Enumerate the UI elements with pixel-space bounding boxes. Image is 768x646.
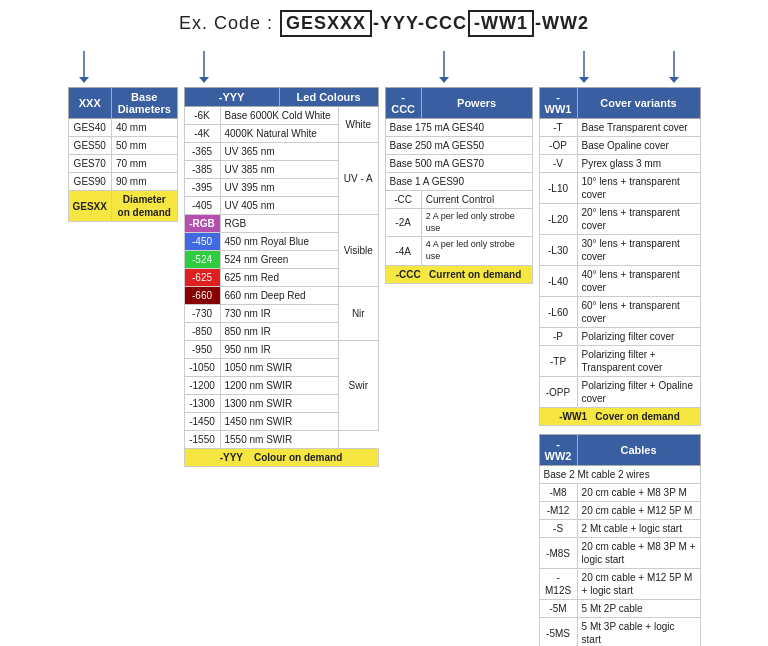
table-row: -L60 60° lens + transparent cover bbox=[539, 297, 700, 328]
ccc-table: -CCC Powers Base 175 mA GES40 Base 250 m… bbox=[385, 87, 533, 284]
table-row: Base 2 Mt cable 2 wires bbox=[539, 466, 700, 484]
yyy-column: -YYY Led Colours -6K Base 6000K Cold Whi… bbox=[184, 87, 379, 467]
table-row: -TP Polarizing filter + Transparent cove… bbox=[539, 346, 700, 377]
yyy-header-desc: Led Colours bbox=[279, 88, 378, 107]
table-row: -L10 10° lens + transparent cover bbox=[539, 173, 700, 204]
table-row: -M12S 20 cm cable + M12 5P M + logic sta… bbox=[539, 569, 700, 600]
table-row: -OP Base Opaline cover bbox=[539, 137, 700, 155]
yyy-header-code: -YYY bbox=[184, 88, 279, 107]
table-row: GES50 50 mm bbox=[68, 137, 177, 155]
columns-wrapper: XXX Base Diameters GES40 40 mm GES50 50 … bbox=[10, 87, 758, 646]
svg-marker-5 bbox=[439, 77, 449, 83]
table-row: -M12 20 cm cable + M12 5P M bbox=[539, 502, 700, 520]
table-row: GES90 90 mm bbox=[68, 173, 177, 191]
ccc-header-code: -CCC bbox=[385, 88, 421, 119]
table-row: Base 250 mA GES50 bbox=[385, 137, 532, 155]
table-row: -RGB RGB Visible bbox=[184, 215, 378, 233]
table-row-yellow: -YYY Colour on demand bbox=[184, 449, 378, 467]
table-row-yellow: -WW1 Cover on demand bbox=[539, 408, 700, 426]
table-row: -1550 1550 nm SWIR bbox=[184, 431, 378, 449]
table-row: -6K Base 6000K Cold White White bbox=[184, 107, 378, 125]
xxx-column: XXX Base Diameters GES40 40 mm GES50 50 … bbox=[68, 87, 178, 222]
ww2-table: -WW2 Cables Base 2 Mt cable 2 wires -M8 … bbox=[539, 434, 701, 646]
page-title: Ex. Code : GESXXX-YYY-CCC-WW1-WW2 bbox=[10, 10, 758, 37]
table-row: -2A 2 A per led only strobe use bbox=[385, 209, 532, 237]
svg-marker-3 bbox=[199, 77, 209, 83]
ww2-header-desc: Cables bbox=[577, 435, 700, 466]
table-row: GES40 40 mm bbox=[68, 119, 177, 137]
xxx-table: XXX Base Diameters GES40 40 mm GES50 50 … bbox=[68, 87, 178, 222]
table-row: GES70 70 mm bbox=[68, 155, 177, 173]
table-row: -5M 5 Mt 2P cable bbox=[539, 600, 700, 618]
table-row: Base 1 A GES90 bbox=[385, 173, 532, 191]
table-row: -4A 4 A per led only strobe use bbox=[385, 237, 532, 265]
table-row: Base 500 mA GES70 bbox=[385, 155, 532, 173]
ccc-column: -CCC Powers Base 175 mA GES40 Base 250 m… bbox=[385, 87, 533, 284]
table-row: -L20 20° lens + transparent cover bbox=[539, 204, 700, 235]
table-row-yellow: GESXX Diameter on demand bbox=[68, 191, 177, 222]
code-ww1: -WW1 bbox=[468, 10, 534, 37]
ww1-table: -WW1 Cover variants -T Base Transparent … bbox=[539, 87, 701, 426]
ww1-header-code: -WW1 bbox=[539, 88, 577, 119]
xxx-header-code: XXX bbox=[68, 88, 111, 119]
table-row: -OPP Polarizing filter + Opaline cover bbox=[539, 377, 700, 408]
table-row: -CC Current Control bbox=[385, 191, 532, 209]
ww2-section: -WW2 Cables Base 2 Mt cable 2 wires -M8 … bbox=[539, 434, 701, 646]
table-row: -M8S 20 cm cable + M8 3P M + logic start bbox=[539, 538, 700, 569]
ww1-column: -WW1 Cover variants -T Base Transparent … bbox=[539, 87, 701, 646]
svg-marker-1 bbox=[79, 77, 89, 83]
table-row: Base 175 mA GES40 bbox=[385, 119, 532, 137]
table-row: -L40 40° lens + transparent cover bbox=[539, 266, 700, 297]
table-row: -950 950 nm IR Swir bbox=[184, 341, 378, 359]
ww1-header-desc: Cover variants bbox=[577, 88, 700, 119]
table-row: -M8 20 cm cable + M8 3P M bbox=[539, 484, 700, 502]
table-row: -365 UV 365 nm UV - A bbox=[184, 143, 378, 161]
code-gesxxx: GESXXX bbox=[280, 10, 372, 37]
table-row: -P Polarizing filter cover bbox=[539, 328, 700, 346]
table-row: -5MS 5 Mt 3P cable + logic start bbox=[539, 618, 700, 647]
svg-marker-9 bbox=[669, 77, 679, 83]
table-row: -V Pyrex glass 3 mm bbox=[539, 155, 700, 173]
yyy-table: -YYY Led Colours -6K Base 6000K Cold Whi… bbox=[184, 87, 379, 467]
table-row: -L30 30° lens + transparent cover bbox=[539, 235, 700, 266]
xxx-header-desc: Base Diameters bbox=[111, 88, 177, 119]
table-row: -T Base Transparent cover bbox=[539, 119, 700, 137]
ww2-header-code: -WW2 bbox=[539, 435, 577, 466]
ccc-header-desc: Powers bbox=[421, 88, 532, 119]
arrows-diagram bbox=[14, 51, 754, 83]
table-row-yellow: -CCC Current on demand bbox=[385, 265, 532, 283]
table-row: -660 660 nm Deep Red Nir bbox=[184, 287, 378, 305]
svg-marker-7 bbox=[579, 77, 589, 83]
table-row: -S 2 Mt cable + logic start bbox=[539, 520, 700, 538]
